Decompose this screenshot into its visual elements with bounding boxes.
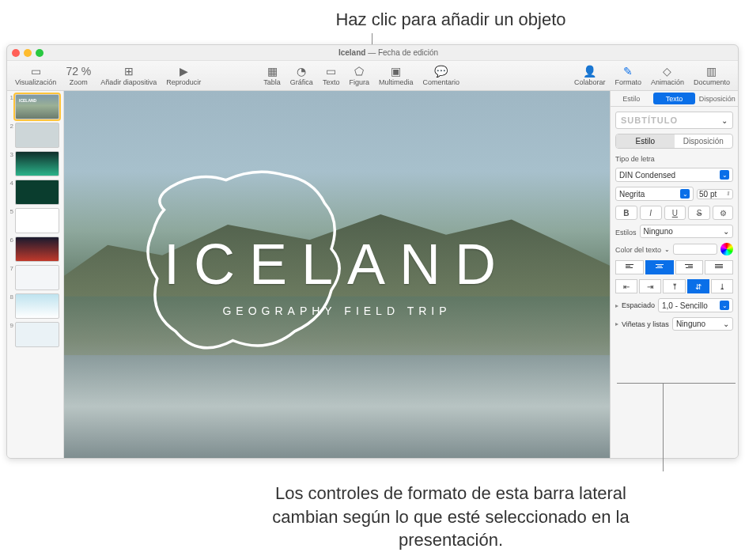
plus-icon: ⊞ — [124, 65, 134, 78]
tab-arrange[interactable]: Disposición — [697, 91, 738, 106]
color-picker-button[interactable] — [720, 243, 733, 255]
font-family-dropdown[interactable]: DIN Condensed⌄ — [615, 168, 733, 182]
callout-line — [617, 383, 736, 384]
view-icon: ▭ — [31, 65, 41, 78]
slide-title: ICELAND — [164, 232, 510, 297]
format-button[interactable]: ✎ Formato — [610, 65, 646, 86]
italic-button[interactable]: I — [640, 206, 662, 220]
text-color-label: Color del texto — [615, 246, 661, 254]
bullets-label: Viñetas y listas — [622, 320, 669, 328]
title-text-box[interactable]: ICELAND GEOGRAPHY FIELD TRIP — [164, 232, 510, 317]
minimize-button[interactable] — [24, 49, 32, 57]
dropdown-arrow-icon: ⌄ — [720, 301, 729, 310]
slide-thumb-2[interactable] — [15, 123, 59, 148]
callout-top: Haz clic para añadir un objeto — [277, 8, 625, 32]
format-icon: ✎ — [623, 65, 633, 78]
dropdown-arrow-icon: ⌄ — [680, 189, 690, 199]
spacing-dropdown[interactable]: 1,0 - Sencillo⌄ — [658, 298, 733, 312]
zoom-value: 72 % — [66, 65, 91, 78]
char-styles-dropdown[interactable]: Ninguno⌄ — [640, 225, 733, 238]
chevron-down-icon: ⌄ — [721, 116, 728, 125]
valign-top-button[interactable]: ⤒ — [663, 279, 685, 293]
slide-navigator[interactable]: 1ICELAND 2 3 4 5 6 7 8 9 — [7, 91, 64, 458]
table-button[interactable]: ▦ Tabla — [259, 65, 286, 86]
animate-button[interactable]: ◇ Animación — [646, 65, 689, 86]
spacing-label: Espaciado — [622, 301, 655, 309]
stepper-icon: ⥯ — [726, 191, 731, 197]
slide-subtitle: GEOGRAPHY FIELD TRIP — [164, 305, 510, 317]
slide-thumb-5[interactable] — [15, 208, 59, 233]
maximize-button[interactable] — [36, 49, 43, 57]
text-color-options-icon[interactable]: ⌄ — [664, 246, 670, 253]
char-styles-label: Estilos — [615, 229, 637, 236]
align-right-button[interactable] — [675, 260, 704, 274]
advanced-options-button[interactable]: ⚙ — [713, 206, 733, 220]
horizontal-align-group — [615, 260, 733, 274]
text-subtabs: Estilo Disposición — [615, 134, 733, 149]
collaborate-icon: 👤 — [583, 65, 596, 78]
paragraph-style-dropdown[interactable]: Subtítulo ⌄ — [615, 112, 733, 129]
comment-icon: 💬 — [434, 65, 448, 78]
document-title: Iceland — Fecha de edición — [43, 48, 733, 57]
disclosure-icon[interactable]: ▸ — [615, 302, 618, 309]
window-controls — [12, 49, 43, 57]
comment-button[interactable]: 💬 Comentario — [418, 65, 464, 86]
chevron-down-icon: ⌄ — [723, 320, 729, 328]
subtab-style[interactable]: Estilo — [616, 134, 675, 148]
valign-middle-button[interactable]: ⇵ — [687, 279, 709, 293]
view-button[interactable]: ▭ Visualización — [10, 61, 61, 90]
tab-style[interactable]: Estilo — [611, 91, 652, 106]
text-color-swatch[interactable] — [673, 244, 717, 255]
animate-icon: ◇ — [663, 65, 671, 78]
shape-icon: ⬠ — [354, 65, 364, 78]
slide-thumb-4[interactable] — [15, 180, 59, 205]
disclosure-icon[interactable]: ▸ — [615, 320, 618, 327]
callout-bottom: Los controles de formato de esta barra l… — [245, 482, 656, 552]
media-button[interactable]: ▣ Multimedia — [374, 65, 418, 86]
text-icon: ▭ — [326, 65, 336, 78]
document-icon: ▥ — [706, 65, 717, 78]
document-button[interactable]: ▥ Documento — [689, 65, 735, 86]
tab-text[interactable]: Texto — [653, 93, 694, 104]
underline-button[interactable]: U — [664, 206, 686, 220]
valign-bottom-button[interactable]: ⤓ — [711, 279, 733, 293]
main-area: 1ICELAND 2 3 4 5 6 7 8 9 ICELAND GEOGRAP… — [7, 91, 738, 458]
slide-thumb-3[interactable] — [15, 151, 59, 176]
align-justify-button[interactable] — [705, 260, 733, 274]
dropdown-arrow-icon: ⌄ — [720, 170, 729, 180]
table-icon: ▦ — [267, 65, 278, 78]
slide-thumb-1[interactable]: ICELAND — [15, 94, 59, 119]
slide-thumb-7[interactable] — [15, 265, 59, 290]
subtab-layout[interactable]: Disposición — [675, 134, 733, 148]
slide-thumb-8[interactable] — [15, 293, 59, 319]
indent-button[interactable]: ⇥ — [639, 279, 661, 293]
chart-button[interactable]: ◔ Gráfica — [286, 65, 318, 86]
collaborate-button[interactable]: 👤 Colaborar — [569, 65, 611, 86]
align-left-button[interactable] — [615, 260, 644, 274]
strikethrough-button[interactable]: S — [688, 206, 710, 220]
font-size-stepper[interactable]: 50 pt⥯ — [697, 189, 733, 199]
play-button[interactable]: ▶ Reproducir — [161, 61, 206, 90]
text-button[interactable]: ▭ Texto — [318, 65, 345, 86]
chart-icon: ◔ — [297, 65, 306, 78]
outdent-button[interactable]: ⇤ — [615, 279, 637, 293]
toolbar: ▭ Visualización 72 % Zoom ⊞ Añadir diapo… — [7, 61, 738, 91]
slide-thumb-6[interactable] — [15, 236, 59, 262]
slide-thumb-9[interactable] — [15, 322, 59, 347]
chevron-down-icon: ⌄ — [723, 227, 729, 236]
bullets-dropdown[interactable]: Ninguno⌄ — [672, 317, 733, 331]
font-weight-dropdown[interactable]: Negrita⌄ — [615, 187, 694, 201]
inspector-tabs: Estilo Texto Disposición — [611, 91, 738, 107]
align-center-button[interactable] — [645, 260, 674, 274]
shape-button[interactable]: ⬠ Figura — [344, 65, 374, 86]
callout-line — [663, 383, 664, 471]
close-button[interactable] — [12, 49, 20, 57]
bold-button[interactable]: B — [615, 206, 637, 220]
add-slide-button[interactable]: ⊞ Añadir diapositiva — [96, 61, 161, 90]
media-icon: ▣ — [391, 65, 401, 78]
slide-canvas[interactable]: ICELAND GEOGRAPHY FIELD TRIP — [64, 91, 610, 458]
insert-object-group: ▦ Tabla ◔ Gráfica ▭ Texto ⬠ Figura ▣ Mul… — [258, 64, 465, 87]
font-section-label: Tipo de letra — [615, 155, 733, 163]
zoom-button[interactable]: 72 % Zoom — [61, 61, 96, 90]
app-window: Iceland — Fecha de edición ▭ Visualizaci… — [6, 44, 739, 459]
